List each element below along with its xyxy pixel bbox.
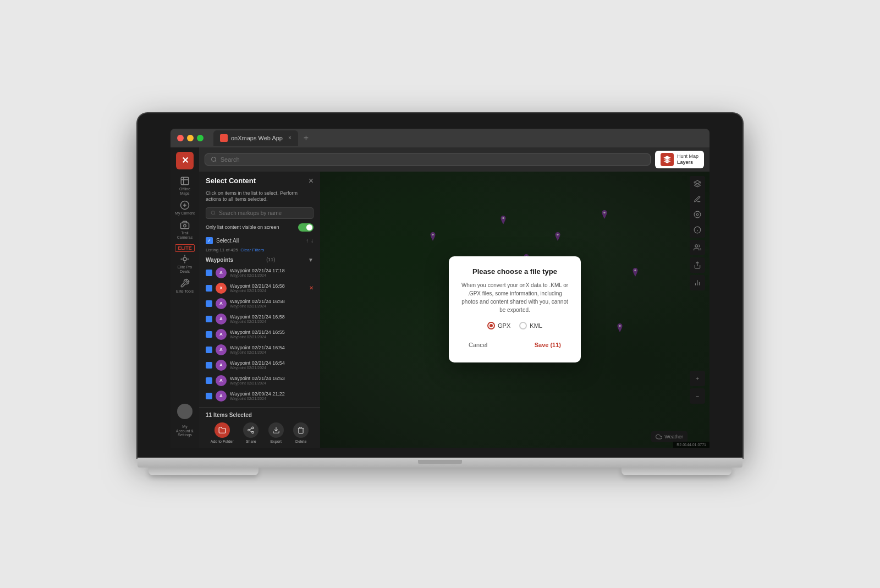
waypoint-checkbox-3[interactable] bbox=[206, 316, 212, 322]
waypoint-checkbox-2[interactable] bbox=[206, 300, 212, 307]
browser-tab[interactable]: onXmaps Web App × bbox=[213, 130, 298, 146]
waypoint-info-4: Waypoint 02/21/24 16:55 Waypoint 02/21/2… bbox=[230, 329, 314, 339]
file-type-dialog: Please choose a file type When you conve… bbox=[449, 256, 581, 362]
waypoint-info-8: Waypoint 02/09/24 21:22 Waypoint 02/21/2… bbox=[230, 391, 314, 400]
delete-svg bbox=[297, 426, 305, 434]
sidebar-item-offline-maps[interactable]: Offline Maps bbox=[175, 176, 195, 196]
list-item[interactable]: A Waypoint 02/21/24 16:54 Waypoint 02/21… bbox=[199, 342, 320, 358]
sidebar-item-elite-pro-deals[interactable]: Elite Pro Deals bbox=[175, 254, 195, 274]
user-avatar[interactable] bbox=[177, 404, 193, 419]
dialog-title: Please choose a file type bbox=[460, 267, 570, 276]
add-to-folder-button[interactable]: Add to Folder bbox=[211, 422, 234, 443]
list-item[interactable]: A Waypoint 02/21/24 16:58 Waypoint 02/21… bbox=[199, 296, 320, 311]
list-item[interactable]: A Waypoint 02/21/24 17:18 Waypoint 02/21… bbox=[199, 265, 320, 281]
add-to-folder-icon bbox=[215, 422, 230, 438]
delete-icon bbox=[293, 422, 309, 438]
main-area: Select Content × Click on items in the l… bbox=[199, 172, 710, 448]
hunt-map-svg bbox=[663, 155, 672, 164]
svg-rect-2 bbox=[181, 223, 189, 229]
waypoint-checkbox-5[interactable] bbox=[206, 347, 212, 353]
gpx-radio[interactable] bbox=[487, 322, 495, 329]
laptop-foot-right bbox=[622, 468, 732, 475]
top-bar: Hunt Map Layers bbox=[199, 147, 710, 172]
content-panel: Select Content × Click on items in the l… bbox=[199, 172, 320, 448]
waypoint-name-4: Waypoint 02/21/24 16:55 bbox=[230, 329, 314, 335]
panel-search-input[interactable] bbox=[219, 210, 309, 216]
waypoint-checkbox-8[interactable] bbox=[206, 393, 212, 399]
waypoint-checkbox-0[interactable] bbox=[206, 270, 212, 276]
search-icon bbox=[211, 156, 217, 163]
fullscreen-traffic-light[interactable] bbox=[197, 135, 204, 141]
export-button[interactable]: Export bbox=[268, 422, 284, 443]
hunt-map-layers-button[interactable]: Hunt Map Layers bbox=[655, 151, 704, 168]
panel-close-button[interactable]: × bbox=[309, 176, 314, 186]
list-item[interactable]: A Waypoint 02/21/24 16:55 Waypoint 02/21… bbox=[199, 327, 320, 342]
sidebar-item-elite-tools[interactable]: Elite Tools bbox=[175, 276, 195, 296]
left-sidebar: ✕ Offline Maps My Content bbox=[170, 147, 199, 448]
save-button[interactable]: Save (11) bbox=[526, 338, 570, 351]
waypoints-chevron-icon[interactable]: ▼ bbox=[308, 257, 314, 263]
kml-option[interactable]: KML bbox=[519, 322, 542, 329]
export-label: Export bbox=[271, 439, 282, 443]
svg-point-7 bbox=[252, 427, 254, 429]
clear-filters-link[interactable]: Clear Filters bbox=[240, 248, 264, 252]
waypoint-date-7: Waypoint 02/21/2024 bbox=[230, 381, 314, 385]
visible-content-toggle[interactable] bbox=[298, 223, 314, 232]
listing-text: Listing 11 of 425 Clear Filters bbox=[199, 246, 320, 255]
add-to-folder-label: Add to Folder bbox=[211, 439, 234, 443]
select-all-checkbox[interactable]: ✓ bbox=[206, 237, 213, 244]
sort-asc-icon[interactable]: ↑ bbox=[306, 238, 309, 244]
export-icon bbox=[268, 422, 284, 438]
panel-filter-row: Only list content visible on screen bbox=[199, 223, 320, 235]
share-button[interactable]: Share bbox=[243, 422, 258, 443]
sidebar-logo[interactable]: ✕ bbox=[176, 152, 194, 169]
waypoint-checkbox-1[interactable] bbox=[206, 285, 212, 292]
select-all-left: ✓ Select All bbox=[206, 237, 239, 244]
waypoint-checkbox-6[interactable] bbox=[206, 362, 212, 369]
panel-search-icon bbox=[211, 210, 216, 216]
waypoint-info-3: Waypoint 02/21/24 16:58 Waypoint 02/21/2… bbox=[230, 314, 314, 323]
dialog-options: GPX KML bbox=[460, 322, 570, 329]
waypoint-avatar-8: A bbox=[216, 391, 227, 402]
map-area[interactable]: + − Weather bbox=[320, 172, 710, 448]
kml-radio[interactable] bbox=[519, 322, 527, 329]
waypoint-date-3: Waypoint 02/21/2024 bbox=[230, 320, 314, 323]
panel-title: Select Content bbox=[206, 177, 256, 185]
list-item[interactable]: A Waypoint 02/21/24 16:53 Waypoint 02/21… bbox=[199, 373, 320, 388]
sidebar-label-elite-tools: Elite Tools bbox=[176, 289, 194, 294]
panel-subtitle: Click on items in the list to select. Pe… bbox=[199, 190, 320, 207]
waypoint-info-2: Waypoint 02/21/24 16:58 Waypoint 02/21/2… bbox=[230, 299, 314, 308]
sort-desc-icon[interactable]: ↓ bbox=[311, 238, 314, 244]
waypoint-date-8: Waypoint 02/21/2024 bbox=[230, 397, 314, 400]
svg-point-8 bbox=[248, 429, 250, 431]
waypoint-checkbox-4[interactable] bbox=[206, 331, 212, 338]
svg-point-5 bbox=[211, 157, 216, 161]
sidebar-label-elite-pro-deals: Elite Pro Deals bbox=[175, 265, 195, 273]
list-item[interactable]: X Waypoint 02/21/24 16:58 Waypoint 02/21… bbox=[199, 281, 320, 296]
list-item[interactable]: A Waypoint 02/21/24 16:58 Waypoint 02/21… bbox=[199, 311, 320, 327]
close-traffic-light[interactable] bbox=[177, 135, 184, 141]
new-tab-button[interactable]: + bbox=[300, 133, 312, 143]
panel-footer: 11 Items Selected Add to Folder bbox=[199, 407, 320, 448]
list-item[interactable]: A Waypoint 02/09/24 21:22 Waypoint 02/21… bbox=[199, 388, 320, 404]
delete-button[interactable]: Delete bbox=[293, 422, 309, 443]
svg-point-3 bbox=[184, 224, 186, 227]
waypoint-info-1: Waypoint 02/21/24 16:58 Waypoint 02/21/2… bbox=[230, 283, 306, 293]
cancel-button[interactable]: Cancel bbox=[460, 338, 496, 351]
waypoint-delete-1[interactable]: ✕ bbox=[309, 285, 314, 291]
minimize-traffic-light[interactable] bbox=[187, 135, 194, 141]
sidebar-label-trail-cameras: Trail Cameras bbox=[175, 231, 195, 239]
waypoint-avatar-1: X bbox=[216, 283, 227, 294]
tab-bar: onXmaps Web App × + bbox=[213, 130, 703, 146]
sidebar-item-my-content[interactable]: My Content bbox=[175, 198, 195, 218]
sidebar-item-trail-cameras[interactable]: Trail Cameras bbox=[175, 220, 195, 240]
gpx-option[interactable]: GPX bbox=[487, 322, 510, 329]
laptop-foot-left bbox=[148, 468, 258, 475]
waypoint-date-5: Waypoint 02/21/2024 bbox=[230, 350, 314, 354]
search-input[interactable] bbox=[221, 156, 645, 163]
waypoint-checkbox-7[interactable] bbox=[206, 377, 212, 384]
tab-close-btn[interactable]: × bbox=[288, 135, 292, 141]
sidebar-item-account[interactable]: My Account & Settings bbox=[175, 421, 195, 441]
waypoint-date-1: Waypoint 02/21/2024 bbox=[230, 289, 306, 293]
list-item[interactable]: A Waypoint 02/21/24 16:54 Waypoint 02/21… bbox=[199, 358, 320, 373]
